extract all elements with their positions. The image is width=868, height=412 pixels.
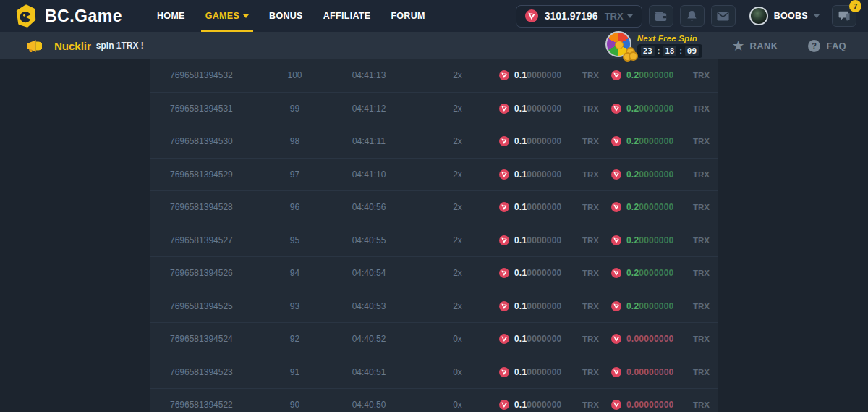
trx-coin-icon [611,136,621,146]
next-free-spin-label: Next Free Spin [637,34,702,43]
payout-amount-cell: 0.20000000 [611,136,693,146]
nav-item-bonus[interactable]: BONUS [259,0,313,32]
multiplier-value: 2x [416,136,499,146]
bet-currency: TRX [582,71,611,80]
trx-coin-icon [499,301,509,311]
bet-time: 04:41:13 [322,70,416,80]
payout-currency: TRX [693,71,718,80]
trx-coin-icon [611,169,621,180]
table-row[interactable]: 7696581394532 100 04:41:13 2x 0.10000000… [150,59,718,93]
round-number: 94 [268,268,322,278]
payout-amount-cell: 0.20000000 [611,235,693,245]
balance-selector[interactable]: 3101.97196 TRX [516,5,642,28]
table-row[interactable]: 7696581394522 90 04:40:50 0x 0.10000000 … [150,389,718,412]
table-row[interactable]: 7696581394527 95 04:40:55 2x 0.10000000 … [150,224,718,258]
main-nav: HOME GAMES BONUS AFFILIATE FORUM [147,0,435,32]
nav-item-home[interactable]: HOME [147,0,195,32]
multiplier-value: 0x [416,400,499,410]
bcgame-logo-icon [14,4,38,28]
mail-icon [717,12,729,21]
trx-coin-icon [611,301,621,311]
multiplier-value: 2x [416,104,499,114]
wallet-button[interactable] [649,5,673,27]
main-content: 7696581394532 100 04:41:13 2x 0.10000000… [0,59,868,412]
bet-currency: TRX [582,400,611,409]
bets-table: 7696581394532 100 04:41:13 2x 0.10000000… [150,59,718,412]
bcgame-logo[interactable]: BC.Game [14,4,122,28]
megaphone-icon [26,39,42,53]
timer-hours: 23 [641,46,655,56]
bet-amount-cell: 0.10000000 [499,202,582,212]
trx-coin-icon [499,268,509,278]
bet-amount: 0.10000000 [514,136,561,146]
payout-amount-cell: 0.20000000 [611,169,693,180]
nav-item-forum[interactable]: FORUM [380,0,435,32]
balance-amount: 3101.97196 [545,10,598,22]
nav-item-games[interactable]: GAMES [195,0,259,32]
bet-currency: TRX [582,170,611,179]
payout-amount-cell: 0.00000000 [611,334,693,344]
table-row[interactable]: 7696581394524 92 04:40:52 0x 0.10000000 … [150,323,718,356]
messages-button[interactable] [711,5,736,27]
bet-time: 04:41:12 [322,104,416,114]
announcement-right: Next Free Spin 23 : 18 : 09 ★ RANK ? FAQ [605,33,846,59]
bet-amount-cell: 0.10000000 [499,70,582,80]
bet-amount: 0.10000000 [514,169,561,180]
free-spin-widget[interactable]: Next Free Spin 23 : 18 : 09 [605,33,702,59]
notifications-button[interactable] [680,5,705,27]
table-row[interactable]: 7696581394525 93 04:40:53 2x 0.10000000 … [150,290,718,324]
payout-currency: TRX [693,236,718,245]
payout-amount-cell: 0.00000000 [611,400,693,410]
table-row[interactable]: 7696581394523 91 04:40:51 0x 0.10000000 … [150,356,718,390]
multiplier-value: 0x [416,367,499,377]
trx-coin-icon [499,367,509,377]
avatar [749,7,768,25]
table-row[interactable]: 7696581394531 99 04:41:12 2x 0.10000000 … [150,93,718,126]
bet-amount: 0.10000000 [514,301,561,311]
bet-amount-cell: 0.10000000 [499,400,582,410]
multiplier-value: 2x [416,235,499,245]
bet-amount-cell: 0.10000000 [499,235,582,245]
announcement-game-name: Nucklir [54,40,91,52]
table-row[interactable]: 7696581394526 94 04:40:54 2x 0.10000000 … [150,257,718,290]
round-number: 92 [268,334,322,344]
bet-amount: 0.10000000 [514,400,561,410]
bet-id: 7696581394527 [170,235,268,245]
table-row[interactable]: 7696581394528 96 04:40:56 2x 0.10000000 … [150,191,718,224]
trx-coin-icon [499,70,509,80]
bet-amount-cell: 0.10000000 [499,301,582,311]
bet-currency: TRX [582,269,611,277]
user-menu[interactable]: BOOBS [749,7,820,25]
trx-coin-icon [525,9,538,22]
trx-coin-icon [499,400,509,410]
bet-id: 7696581394531 [170,104,268,114]
payout-amount: 0.00000000 [626,367,673,377]
rank-label: RANK [750,41,778,51]
bet-amount-cell: 0.10000000 [499,169,582,180]
table-row[interactable]: 7696581394530 98 04:41:11 2x 0.10000000 … [150,125,718,159]
payout-currency: TRX [693,137,718,146]
multiplier-value: 2x [416,169,499,180]
bet-id: 7696581394532 [170,70,268,80]
bet-amount: 0.10000000 [514,367,561,377]
chat-badge: 7 [849,0,861,12]
bet-amount-cell: 0.10000000 [499,334,582,344]
payout-amount-cell: 0.20000000 [611,268,693,278]
payout-amount: 0.20000000 [626,301,673,311]
faq-button[interactable]: ? FAQ [808,40,846,52]
username: BOOBS [774,11,808,21]
nav-item-affiliate[interactable]: AFFILIATE [313,0,381,32]
announcement-link[interactable]: Nucklir spin 1TRX ! [26,39,144,53]
spin-wheel-icon [605,31,633,59]
bet-time: 04:40:54 [322,268,416,278]
bet-id: 7696581394525 [170,301,268,311]
chat-button[interactable]: 7 [832,5,856,27]
rank-button[interactable]: ★ RANK [733,40,778,52]
bet-amount-cell: 0.10000000 [499,104,582,114]
payout-amount-cell: 0.20000000 [611,70,693,80]
bet-amount-cell: 0.10000000 [499,268,582,278]
payout-amount: 0.20000000 [626,104,673,114]
payout-amount: 0.20000000 [626,136,673,146]
trx-coin-icon [499,104,509,114]
table-row[interactable]: 7696581394529 97 04:41:10 2x 0.10000000 … [150,159,718,192]
